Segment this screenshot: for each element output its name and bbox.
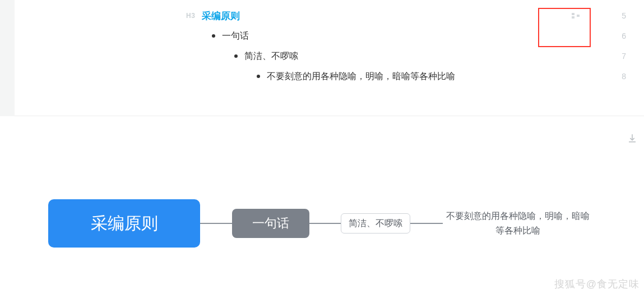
- line-number: 8: [622, 72, 626, 81]
- line-number: 6: [622, 31, 626, 40]
- connector-line: [200, 223, 232, 224]
- outline-content: H2 4 H3 采编原则 5 一句话 6 简洁、不啰嗦 7 不要刻意的用各种隐喻…: [15, 0, 644, 86]
- bullet-icon: [234, 54, 238, 58]
- outline-row-h3[interactable]: H3 采编原则 5: [15, 6, 644, 26]
- mindmap-view[interactable]: 采编原则 一句话 简洁、不啰嗦 不要刻意的用各种隐喻，明喻，暗喻等各种比喻: [0, 191, 644, 264]
- outline-row-bullet-2[interactable]: 简洁、不啰嗦 7: [15, 46, 644, 66]
- outline-row-bullet-3[interactable]: 不要刻意的用各种隐喻，明喻，暗喻等各种比喻 8: [15, 66, 644, 86]
- watermark-text: 搜狐号@食无定味: [554, 277, 640, 291]
- node-label: 采编原则: [91, 212, 158, 235]
- line-number: 5: [622, 11, 626, 20]
- outline-row-h2[interactable]: H2 4: [15, 0, 644, 6]
- node-label: 简洁、不啰嗦: [349, 218, 402, 230]
- outline-row-bullet-1[interactable]: 一句话 6: [15, 26, 644, 46]
- outline-text[interactable]: 不要刻意的用各种隐喻，明喻，暗喻等各种比喻: [267, 71, 455, 83]
- heading-tag: H3: [186, 12, 195, 20]
- outline-text[interactable]: 简洁、不啰嗦: [244, 51, 298, 62]
- download-icon[interactable]: [627, 133, 637, 143]
- bullet-icon: [212, 34, 215, 38]
- mindmap-child-node[interactable]: 一句话: [232, 209, 309, 238]
- node-label: 不要刻意的用各种隐喻，明喻，暗喻等各种比喻: [443, 209, 593, 237]
- bullet-icon: [257, 75, 260, 78]
- structure-icon[interactable]: [572, 13, 580, 19]
- mindmap-text-node[interactable]: 不要刻意的用各种隐喻，明喻，暗喻等各种比喻: [443, 209, 593, 237]
- outline-panel: H2 4 H3 采编原则 5 一句话 6 简洁、不啰嗦 7 不要刻意的用各种隐喻…: [0, 0, 644, 116]
- node-label: 一句话: [252, 215, 289, 232]
- line-number: 7: [622, 52, 626, 61]
- outline-text[interactable]: 采编原则: [202, 10, 240, 22]
- outline-text[interactable]: 一句话: [222, 30, 249, 42]
- mindmap-root-node[interactable]: 采编原则: [48, 199, 200, 248]
- connector-line: [309, 223, 341, 224]
- connector-line: [410, 223, 443, 224]
- mindmap-leaf-node[interactable]: 简洁、不啰嗦: [341, 213, 410, 234]
